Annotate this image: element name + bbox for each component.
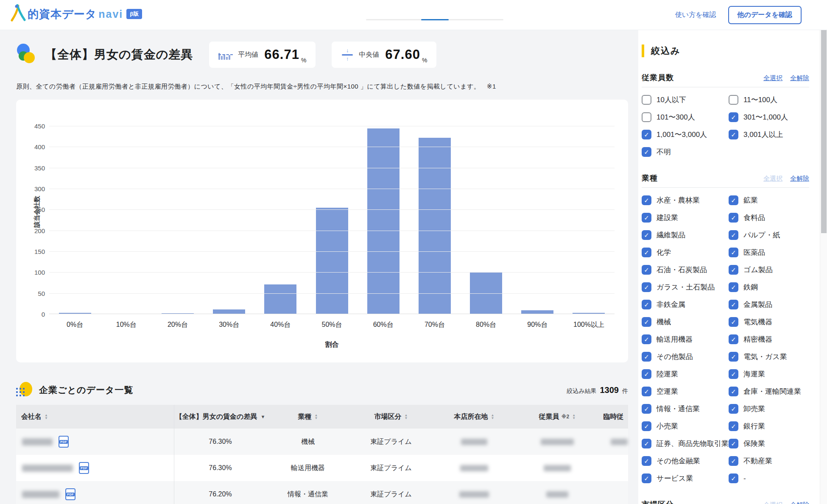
filter-option-銀行業[interactable]: ✓銀行業: [729, 420, 809, 432]
chart-bar[interactable]: [419, 138, 451, 314]
pdf-icon[interactable]: PDF: [59, 436, 69, 448]
checked-checkbox-icon[interactable]: ✓: [642, 265, 651, 275]
chart-bar[interactable]: [316, 208, 348, 314]
filter-option-ガラス・土石製品[interactable]: ✓ガラス・土石製品: [642, 281, 729, 293]
sort-desc-icon[interactable]: ▼: [260, 414, 265, 419]
select-all-link[interactable]: 全選択: [763, 501, 782, 504]
checked-checkbox-icon[interactable]: ✓: [729, 473, 738, 483]
filter-option-ゴム製品[interactable]: ✓ゴム製品: [729, 264, 809, 276]
filter-option-保険業[interactable]: ✓保険業: [729, 438, 809, 449]
checked-checkbox-icon[interactable]: ✓: [642, 282, 651, 292]
chart-bar[interactable]: [521, 310, 553, 314]
checked-checkbox-icon[interactable]: ✓: [642, 473, 651, 483]
checked-checkbox-icon[interactable]: ✓: [642, 456, 651, 466]
filter-option-化学[interactable]: ✓化学: [642, 247, 729, 258]
filter-option-陸運業[interactable]: ✓陸運業: [642, 368, 729, 380]
checked-checkbox-icon[interactable]: ✓: [642, 334, 651, 344]
filter-option-電気機器[interactable]: ✓電気機器: [729, 316, 809, 328]
filter-option-10人以下[interactable]: 10人以下: [642, 94, 729, 106]
filter-option-輸送用機器[interactable]: ✓輸送用機器: [642, 334, 729, 345]
unchecked-checkbox-icon[interactable]: [642, 95, 651, 105]
filter-option-証券、商品先物取引業[interactable]: ✓証券、商品先物取引業: [642, 438, 729, 449]
checked-checkbox-icon[interactable]: ✓: [642, 439, 651, 448]
checked-checkbox-icon[interactable]: ✓: [729, 369, 738, 379]
checked-checkbox-icon[interactable]: ✓: [729, 248, 738, 257]
chart-bar[interactable]: [367, 128, 400, 314]
checked-checkbox-icon[interactable]: ✓: [729, 456, 738, 466]
checked-checkbox-icon[interactable]: ✓: [642, 230, 651, 240]
checked-checkbox-icon[interactable]: ✓: [642, 300, 651, 309]
filter-option--[interactable]: ✓-: [729, 473, 809, 484]
chart-bar[interactable]: [162, 313, 194, 314]
other-data-button[interactable]: 他のデータを確認: [728, 6, 802, 24]
unchecked-checkbox-icon[interactable]: [642, 112, 651, 122]
checked-checkbox-icon[interactable]: ✓: [642, 421, 651, 431]
filter-option-精密機器[interactable]: ✓精密機器: [729, 334, 809, 345]
filter-option-小売業[interactable]: ✓小売業: [642, 420, 729, 432]
filter-option-鉱業[interactable]: ✓鉱業: [729, 195, 809, 206]
checked-checkbox-icon[interactable]: ✓: [642, 387, 651, 396]
filter-option-3,001人以上[interactable]: ✓3,001人以上: [729, 129, 809, 140]
checked-checkbox-icon[interactable]: ✓: [642, 213, 651, 223]
filter-option-不動産業[interactable]: ✓不動産業: [729, 455, 809, 467]
checked-checkbox-icon[interactable]: ✓: [729, 130, 738, 139]
horizontal-scrollbar[interactable]: [366, 19, 503, 20]
checked-checkbox-icon[interactable]: ✓: [729, 213, 738, 223]
sort-arrows-icon[interactable]: ▲▼: [315, 414, 318, 420]
table-row[interactable]: PDF76.30%輸送用機器東証プライム: [16, 455, 628, 481]
checked-checkbox-icon[interactable]: ✓: [729, 300, 738, 309]
app-logo[interactable]: 的資本データ navi β版: [11, 4, 142, 24]
filter-option-繊維製品[interactable]: ✓繊維製品: [642, 229, 729, 241]
filter-option-金属製品[interactable]: ✓金属製品: [729, 299, 809, 310]
filter-option-301〜1,000人[interactable]: ✓301〜1,000人: [729, 111, 809, 123]
checked-checkbox-icon[interactable]: ✓: [729, 352, 738, 362]
checked-checkbox-icon[interactable]: ✓: [642, 317, 651, 327]
filter-option-食料品[interactable]: ✓食料品: [729, 212, 809, 223]
checked-checkbox-icon[interactable]: ✓: [729, 230, 738, 240]
checked-checkbox-icon[interactable]: ✓: [642, 147, 651, 157]
filter-option-鉄鋼[interactable]: ✓鉄鋼: [729, 281, 809, 293]
checked-checkbox-icon[interactable]: ✓: [729, 265, 738, 275]
checked-checkbox-icon[interactable]: ✓: [642, 195, 651, 205]
unchecked-checkbox-icon[interactable]: [729, 95, 738, 105]
filter-option-サービス業[interactable]: ✓サービス業: [642, 473, 729, 484]
checked-checkbox-icon[interactable]: ✓: [729, 404, 738, 414]
sort-arrows-icon[interactable]: ▲▼: [45, 414, 48, 420]
sort-arrows-icon[interactable]: ▲▼: [572, 414, 576, 420]
checked-checkbox-icon[interactable]: ✓: [729, 112, 738, 122]
checked-checkbox-icon[interactable]: ✓: [729, 387, 738, 396]
filter-option-海運業[interactable]: ✓海運業: [729, 368, 809, 380]
table-row[interactable]: PDF76.20%情報・通信業東証プライム: [16, 481, 628, 504]
vertical-scrollbar[interactable]: ▲: [820, 0, 827, 504]
filter-option-不明[interactable]: ✓不明: [642, 146, 729, 158]
filter-option-1,001〜3,000人[interactable]: ✓1,001〜3,000人: [642, 129, 729, 140]
checked-checkbox-icon[interactable]: ✓: [729, 421, 738, 431]
filter-option-情報・通信業[interactable]: ✓情報・通信業: [642, 403, 729, 415]
select-all-link[interactable]: 全選択: [763, 74, 782, 82]
filter-option-その他製品[interactable]: ✓その他製品: [642, 351, 729, 362]
filter-option-101〜300人[interactable]: 101〜300人: [642, 111, 729, 123]
sort-arrows-icon[interactable]: ▲▼: [491, 414, 495, 420]
filter-option-建設業[interactable]: ✓建設業: [642, 212, 729, 223]
chart-bar[interactable]: [264, 284, 296, 314]
filter-option-非鉄金属[interactable]: ✓非鉄金属: [642, 299, 729, 310]
filter-option-電気・ガス業[interactable]: ✓電気・ガス業: [729, 351, 809, 362]
usage-link[interactable]: 使い方を確認: [675, 11, 716, 19]
filter-option-倉庫・運輸関連業[interactable]: ✓倉庫・運輸関連業: [729, 386, 809, 397]
checked-checkbox-icon[interactable]: ✓: [642, 248, 651, 257]
filter-option-医薬品[interactable]: ✓医薬品: [729, 247, 809, 258]
filter-option-パルプ・紙[interactable]: ✓パルプ・紙: [729, 229, 809, 241]
checked-checkbox-icon[interactable]: ✓: [729, 439, 738, 448]
checked-checkbox-icon[interactable]: ✓: [642, 130, 651, 139]
filter-option-機械[interactable]: ✓機械: [642, 316, 729, 328]
checked-checkbox-icon[interactable]: ✓: [729, 282, 738, 292]
checked-checkbox-icon[interactable]: ✓: [642, 352, 651, 362]
checked-checkbox-icon[interactable]: ✓: [642, 404, 651, 414]
filter-option-11〜100人[interactable]: 11〜100人: [729, 94, 809, 106]
checked-checkbox-icon[interactable]: ✓: [729, 334, 738, 344]
clear-all-link[interactable]: 全解除: [790, 74, 809, 82]
pdf-icon[interactable]: PDF: [65, 488, 75, 500]
chart-bar[interactable]: [213, 309, 245, 314]
sort-arrows-icon[interactable]: ▲▼: [405, 414, 408, 420]
pdf-icon[interactable]: PDF: [79, 462, 89, 474]
